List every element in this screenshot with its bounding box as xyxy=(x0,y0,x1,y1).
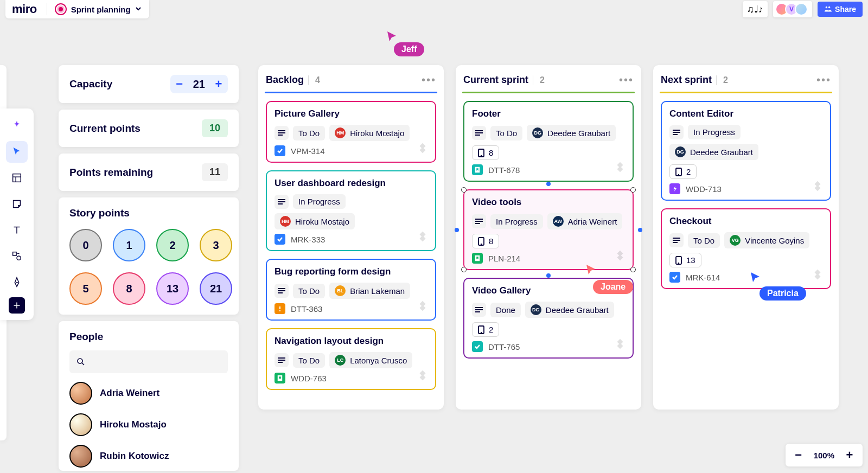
issue-key: WDD-763 xyxy=(291,374,327,383)
points-chip[interactable]: 8 xyxy=(472,145,499,160)
story-point-token[interactable]: 13 xyxy=(156,272,189,305)
column-underline xyxy=(660,92,832,93)
card[interactable]: Navigation layout design To Do LC Latony… xyxy=(266,328,436,390)
assignee-chip[interactable]: DG Deedee Graubart xyxy=(527,125,616,141)
share-button[interactable]: Share xyxy=(818,2,863,17)
points-chip[interactable]: 13 xyxy=(669,253,701,267)
selection-handle[interactable] xyxy=(461,187,467,193)
column-menu-icon[interactable]: ••• xyxy=(422,74,436,86)
card[interactable]: Checkout To Do VG Vincente Goyins 13 MRK… xyxy=(661,208,831,289)
person-name: Hiroku Mostajo xyxy=(100,419,167,430)
description-icon xyxy=(472,126,486,140)
card[interactable]: Footer To Do DG Deedee Graubart 8 DTT-67… xyxy=(463,101,634,182)
selection-handle[interactable] xyxy=(461,267,467,272)
svg-point-6 xyxy=(17,256,21,260)
description-icon xyxy=(275,353,289,367)
music-button[interactable]: ♫♩♪ xyxy=(743,1,768,17)
people-label: People xyxy=(69,331,228,343)
person-row[interactable]: Adria Weinert xyxy=(69,382,228,405)
selection-handle[interactable] xyxy=(630,267,636,272)
increment-button[interactable]: + xyxy=(213,77,225,91)
column-next-sprint[interactable]: Next sprint 2 ••• Content Editor In Prog… xyxy=(653,65,839,410)
select-tool[interactable] xyxy=(6,141,28,163)
status-chip[interactable]: To Do xyxy=(490,126,522,140)
description-icon xyxy=(275,284,289,298)
status-chip[interactable]: Done xyxy=(490,303,521,317)
status-chip[interactable]: To Do xyxy=(688,233,720,248)
status-chip[interactable]: In Progress xyxy=(490,214,543,229)
story-point-token[interactable]: 3 xyxy=(200,229,232,261)
person-row[interactable]: Hiroku Mostajo xyxy=(69,413,228,436)
assignee-chip[interactable]: LC Latonya Crusco xyxy=(329,352,412,368)
status-chip[interactable]: To Do xyxy=(293,284,325,298)
zoom-out-button[interactable]: − xyxy=(793,448,804,462)
people-search[interactable] xyxy=(69,350,228,373)
selection-mid-handle[interactable] xyxy=(546,182,551,186)
jira-icon xyxy=(417,369,429,383)
issue-key: DTT-765 xyxy=(488,342,520,351)
jira-icon xyxy=(417,300,429,314)
story-point-token[interactable]: 0 xyxy=(69,229,102,261)
assignee-chip[interactable]: DG Deedee Graubart xyxy=(525,302,614,318)
text-tool[interactable] xyxy=(6,219,28,241)
story-point-token[interactable]: 21 xyxy=(200,272,232,305)
selection-mid-handle[interactable] xyxy=(638,228,642,232)
side-panel-stack: Capacity − 21 + Current points 10 Points… xyxy=(59,65,239,471)
zoom-value[interactable]: 100% xyxy=(814,451,834,460)
card-title: Navigation layout design xyxy=(275,336,427,347)
status-chip[interactable]: In Progress xyxy=(293,194,346,209)
pen-tool[interactable] xyxy=(6,271,28,293)
column-current-sprint[interactable]: Current sprint 2 ••• Footer To Do DG Dee… xyxy=(456,65,641,410)
description-icon xyxy=(669,125,684,139)
column-menu-icon[interactable]: ••• xyxy=(619,74,634,86)
status-chip[interactable]: To Do xyxy=(293,353,325,368)
person-name: Adria Weinert xyxy=(100,388,159,399)
assignee-name: Brian Lakeman xyxy=(350,286,405,296)
story-point-token[interactable]: 2 xyxy=(156,229,189,261)
avatar xyxy=(69,382,92,405)
ai-tool[interactable] xyxy=(6,115,28,137)
assignee-chip[interactable]: VG Vincente Goyins xyxy=(724,232,809,248)
status-chip[interactable]: In Progress xyxy=(688,125,741,139)
logo[interactable]: miro xyxy=(12,2,37,16)
card-title: Bug reporting form design xyxy=(275,266,427,277)
assignee-chip[interactable]: HM Hiroku Mostajo xyxy=(275,213,355,229)
points-chip[interactable]: 8 xyxy=(472,234,499,248)
assignee-chip[interactable]: DG Deedee Graubart xyxy=(669,144,758,160)
card-title: Picture Gallery xyxy=(275,108,427,119)
person-row[interactable]: Rubin Kotowicz xyxy=(69,445,228,468)
column-backlog[interactable]: Backlog 4 ••• Picture Gallery To Do HM H… xyxy=(258,65,444,410)
story-point-token[interactable]: 5 xyxy=(69,272,102,305)
selection-mid-handle[interactable] xyxy=(455,228,459,232)
add-tool[interactable] xyxy=(9,297,25,314)
assignee-chip[interactable]: BL Brian Lakeman xyxy=(329,283,410,299)
assignee-chip[interactable]: AW Adria Weinert xyxy=(547,213,623,229)
sticky-tool[interactable] xyxy=(6,193,28,215)
chevron-down-icon[interactable] xyxy=(135,4,142,14)
card-selected[interactable]: Video tools In Progress AW Adria Weinert… xyxy=(463,189,634,270)
card[interactable]: Content Editor In Progress DG Deedee Gra… xyxy=(661,101,831,201)
card[interactable]: User dashboard redesign In Progress HM H… xyxy=(266,170,436,251)
card[interactable]: Bug reporting form design To Do BL Brian… xyxy=(266,259,436,321)
card[interactable]: Picture Gallery To Do HM Hiroku Mostajo … xyxy=(266,101,436,163)
story-point-token[interactable]: 8 xyxy=(113,272,145,305)
assignee-chip[interactable]: HM Hiroku Mostajo xyxy=(329,125,410,141)
story-point-token[interactable]: 1 xyxy=(113,229,145,261)
board-name[interactable]: Sprint planning xyxy=(71,5,131,14)
capacity-stepper[interactable]: − 21 + xyxy=(170,75,228,93)
presence-avatars[interactable]: V xyxy=(773,1,812,17)
card[interactable]: Video Gallery Done DG Deedee Graubart 2 … xyxy=(463,278,634,359)
column-menu-icon[interactable]: ••• xyxy=(816,74,831,86)
shapes-tool[interactable] xyxy=(6,245,28,267)
points-chip[interactable]: 2 xyxy=(472,322,499,337)
points-chip[interactable]: 2 xyxy=(669,164,697,179)
column-title: Backlog xyxy=(266,74,304,86)
cursor-label-jeff: Jeff xyxy=(394,42,424,56)
selection-mid-handle[interactable] xyxy=(546,273,551,278)
status-chip[interactable]: To Do xyxy=(293,126,325,140)
decrement-button[interactable]: − xyxy=(174,77,186,91)
points-remaining-label: Points remaining xyxy=(69,167,153,178)
zoom-in-button[interactable]: + xyxy=(844,448,855,462)
template-tool[interactable] xyxy=(6,167,28,189)
selection-handle[interactable] xyxy=(630,187,636,193)
